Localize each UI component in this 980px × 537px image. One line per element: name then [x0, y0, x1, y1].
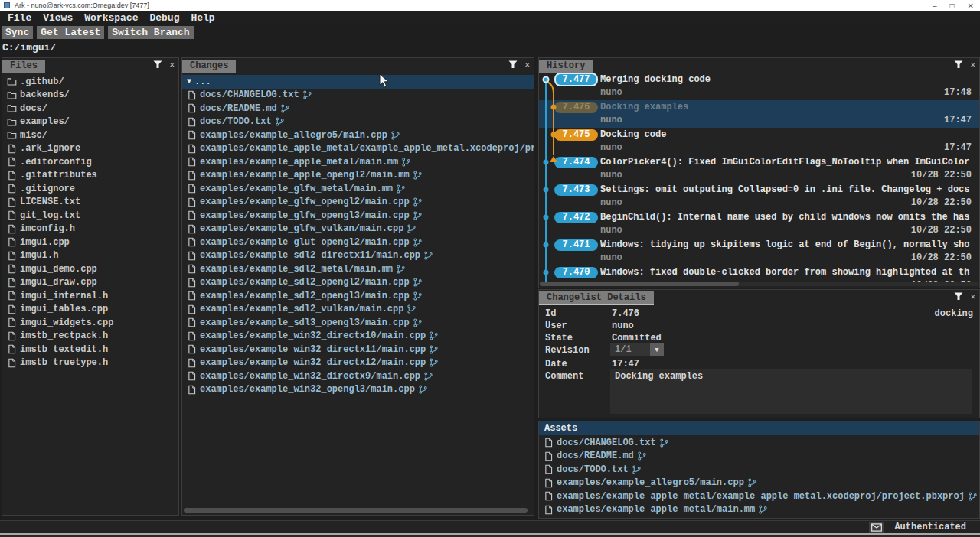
file-tree-item[interactable]: .gitignore [2, 182, 178, 196]
file-tree-item[interactable]: imgui.cpp [2, 236, 178, 249]
file-tree-item[interactable]: imconfig.h [2, 223, 178, 236]
mail-icon[interactable] [869, 522, 884, 533]
file-tree-item[interactable]: imstb_truetype.h [2, 356, 178, 370]
changed-file-row[interactable]: examples/example_glfw_opengl3/main.cpp [182, 209, 534, 223]
history-row[interactable]: 7.476 Docking examples nuno 17:47 [539, 100, 979, 128]
asset-file-row[interactable]: examples/example_apple_opengl2/main.mm [539, 516, 979, 518]
asset-file-row[interactable]: docs/CHANGELOG.txt [539, 436, 979, 450]
asset-file-row[interactable]: examples/example_apple_metal/main.mm [539, 503, 979, 517]
changed-file-row[interactable]: examples/example_allegro5/main.cpp [182, 129, 534, 142]
changed-file-row[interactable]: examples/example_sdl2_opengl3/main.cpp [182, 289, 534, 303]
changed-file-row[interactable]: examples/example_win32_opengl3/main.cpp [182, 383, 534, 397]
changed-file-row[interactable]: examples/example_win32_directx12/main.cp… [182, 356, 534, 370]
menu-item[interactable]: Help [191, 12, 214, 24]
history-row[interactable]: 7.473 Settings: omit outputing Collapsed… [539, 183, 979, 210]
file-tree-item[interactable]: imgui_widgets.cpp [2, 316, 178, 330]
horizontal-scrollbar[interactable] [184, 508, 528, 513]
changed-file-row[interactable]: examples/example_sdl2_vulkan/main.cpp [182, 303, 534, 317]
file-tree-item[interactable]: imgui_tables.cpp [2, 303, 178, 317]
filter-icon[interactable] [153, 60, 162, 69]
filter-icon[interactable] [954, 60, 963, 69]
horizontal-scrollbar[interactable] [540, 282, 739, 286]
changed-file-row[interactable]: examples/example_win32_directx11/main.cp… [182, 343, 534, 356]
history-row[interactable]: 7.475 Docking code nuno 17:47 [539, 128, 979, 155]
changed-file-row[interactable]: examples/example_win32_directx9/main.cpp [182, 369, 534, 383]
file-tree-item[interactable]: examples/ [2, 116, 178, 129]
close-panel-icon[interactable]: ✕ [970, 61, 975, 69]
menu-item[interactable]: File [8, 12, 31, 24]
menu-item[interactable]: Views [43, 12, 73, 24]
horizontal-scrollbar-track[interactable] [540, 282, 978, 286]
filter-icon[interactable] [508, 60, 518, 69]
changed-file-row[interactable]: docs/README.md [182, 102, 534, 116]
asset-file-row[interactable]: docs/TODO.txt [539, 463, 979, 477]
file-tree-item[interactable]: .gitattributes [2, 169, 178, 183]
file-tree-item[interactable]: docs/ [2, 102, 178, 116]
changed-file-row[interactable]: examples/example_apple_opengl2/main.mm [182, 169, 534, 183]
tab-files[interactable]: Files [2, 60, 45, 73]
revision-dropdown[interactable]: 1/1 ▼ [610, 343, 664, 356]
file-tree-item[interactable]: git_log.txt [2, 209, 178, 223]
changed-file-row[interactable]: examples/example_apple_metal/main.mm [182, 155, 534, 169]
file-tree-item[interactable]: imgui_demo.cpp [2, 262, 178, 276]
changed-file-row[interactable]: examples/example_apple_metal/example_app… [182, 142, 534, 156]
close-panel-icon[interactable]: ✕ [524, 61, 530, 69]
changelist-badge: 7.472 [554, 212, 598, 223]
history-row[interactable]: 7.474 ColorPicker4(): Fixed ImGuiColorEd… [539, 155, 979, 183]
branch-icon [275, 116, 285, 127]
toolbar-button[interactable]: Switch Branch [108, 26, 193, 39]
filter-icon[interactable] [954, 292, 963, 301]
file-tree-item[interactable]: imgui_draw.cpp [2, 276, 178, 290]
toolbar-button[interactable]: Sync [2, 26, 33, 39]
file-tree-item[interactable]: backends/ [2, 89, 178, 103]
changed-file-row[interactable]: docs/CHANGELOG.txt [182, 89, 534, 103]
file-tree-item[interactable]: imstb_rectpack.h [2, 330, 178, 343]
auth-status: Authenticated [894, 522, 966, 532]
file-tree-item[interactable]: imstb_textedit.h [2, 343, 178, 356]
changes-root-row[interactable]: ▼ ... [182, 75, 534, 89]
history-row[interactable]: 7.477 Merging docking code nuno 17:48 [539, 73, 979, 100]
history-tab-bar: History ✕ [539, 58, 979, 72]
asset-file-row[interactable]: examples/example_apple_metal/example_app… [539, 490, 979, 503]
changed-file-row[interactable]: docs/TODO.txt [182, 116, 534, 129]
maximize-button[interactable]: □ [950, 2, 955, 10]
asset-file-row[interactable]: docs/README.md [539, 450, 979, 464]
tab-changelist-details[interactable]: Changelist Details [539, 291, 654, 305]
branch-icon [747, 477, 757, 488]
changed-file-row[interactable]: examples/example_sdl2_metal/main.mm [182, 262, 534, 276]
chevron-down-icon[interactable]: ▼ [650, 343, 664, 356]
changed-file-row[interactable]: examples/example_glut_opengl2/main.cpp [182, 236, 534, 249]
menu-item[interactable]: Debug [149, 12, 179, 24]
history-row[interactable]: 7.471 Windows: tidying up skipitems logi… [539, 238, 979, 265]
changelist-tab-bar: Changelist Details ✕ [539, 290, 979, 304]
toolbar-button[interactable]: Get Latest [37, 26, 104, 39]
file-tree-item[interactable]: .editorconfig [2, 155, 178, 169]
changed-file-row[interactable]: examples/example_sdl2_directx11/main.cpp [182, 249, 534, 263]
changed-file-row[interactable]: examples/example_win32_directx10/main.cp… [182, 330, 534, 343]
file-tree-item[interactable]: .ark_ignore [2, 142, 178, 156]
close-panel-icon[interactable]: ✕ [970, 293, 975, 301]
close-button[interactable]: ✕ [968, 2, 974, 10]
expander-icon[interactable]: ▼ [187, 77, 191, 86]
history-row[interactable]: 7.470 Windows: fixed double-clicked bord… [539, 265, 979, 282]
tab-changes[interactable]: Changes [182, 60, 236, 73]
changed-file-path: examples/example_glfw_opengl3/main.cpp [200, 210, 410, 221]
file-tree-item[interactable]: LICENSE.txt [2, 196, 178, 210]
asset-file-row[interactable]: examples/example_allegro5/main.cpp [539, 477, 979, 490]
changed-file-row[interactable]: examples/example_glfw_vulkan/main.cpp [182, 223, 534, 236]
file-tree-item[interactable]: misc/ [2, 129, 178, 142]
close-panel-icon[interactable]: ✕ [169, 61, 175, 69]
file-icon [187, 385, 197, 395]
history-row[interactable]: 7.472 BeginChild(): Internal name used b… [539, 210, 979, 238]
changed-file-row[interactable]: examples/example_sdl2_opengl2/main.cpp [182, 276, 534, 290]
file-tree-item[interactable]: imgui.h [2, 249, 178, 263]
changed-file-row[interactable]: examples/example_glfw_opengl2/main.cpp [182, 196, 534, 210]
menu-item[interactable]: Workspace [84, 12, 138, 24]
changed-file-row[interactable]: examples/example_glfw_metal/main.mm [182, 182, 534, 196]
comment-field[interactable]: Docking examples [610, 369, 972, 414]
changed-file-row[interactable]: examples/example_sdl3_opengl3/main.cpp [182, 316, 534, 330]
file-tree-item[interactable]: .github/ [2, 75, 178, 89]
minimize-button[interactable]: – [933, 2, 937, 10]
file-tree-item[interactable]: imgui_internal.h [2, 289, 178, 303]
tab-history[interactable]: History [539, 60, 593, 73]
